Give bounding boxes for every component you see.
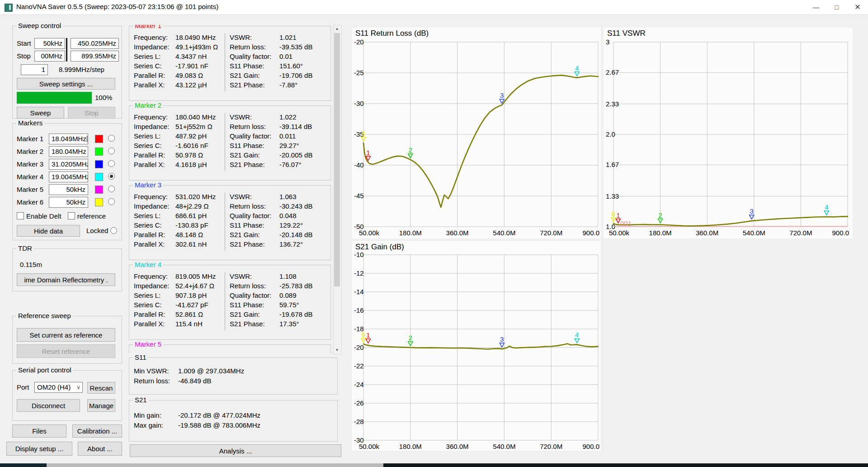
field-value: -130.83 pF [175,220,208,230]
stop-button[interactable]: Stop [68,107,115,119]
scroll-up-icon[interactable]: ▲ [334,25,340,33]
scrollbar-handle[interactable] [334,33,340,286]
marker-detail-panel: Marker 1 Frequency: 18.0490 MHz Impedanc… [129,26,331,101]
field-value: 115.4 nH [175,319,203,329]
app-icon [5,4,13,12]
field-value: 29.27° [279,141,299,150]
svg-text:2: 2 [409,146,412,154]
set-reference-button[interactable]: Set current as reference [17,328,115,342]
hide-data-button[interactable]: Hide data [17,225,80,237]
s11-vswr-chart[interactable]: 32.672.332.01.671.331.050.00k180.0M360.0… [604,28,853,238]
svg-text:-10: -10 [354,251,364,258]
reference-checkbox[interactable] [68,212,75,219]
rescan-button[interactable]: Rescan [87,382,115,394]
data-row: S21 Phase: -76.07° [230,160,327,169]
svg-text:-16: -16 [354,306,364,314]
marker-frequency-input[interactable]: 50kHz [49,184,88,195]
field-label: Parallel R: [134,230,165,239]
marker-detail-panel: Marker 5 [129,344,331,353]
svg-text:4: 4 [575,64,579,72]
display-setup-button[interactable]: Display setup ... [6,442,72,456]
marker-details-scroll-area: Marker 1 Frequency: 18.0490 MHz Impedanc… [126,25,333,353]
sweep-segments-input[interactable]: 1 [21,64,48,75]
main-content: Sweep control Start 50kHz 450.025MHz Sto… [0,14,868,463]
marker-panel-left-column: Frequency: 18.0490 MHz Impedance: 49.1+j… [134,33,222,90]
data-row: Series C: -1.6016 nF [134,141,222,150]
sweep-separator [66,38,67,62]
data-row: Series C: -41.627 pF [134,300,222,310]
chart-title: S11 VSWR [607,29,646,38]
s21-gain-chart[interactable]: -10-12-14-16-18-20-22-24-26-28-3050.00k1… [352,241,601,451]
field-value: 1.063 [279,192,297,201]
svg-text:720.0M: 720.0M [789,229,812,237]
scroll-down-icon[interactable]: ▼ [334,347,340,354]
field-value: 180.040 MHz [175,112,216,122]
field-value: 686.61 pH [175,211,207,220]
minimize-button[interactable]: — [806,0,826,14]
field-label: Quality factor: [230,131,272,141]
sweep-stop-input[interactable]: 00MHz [34,51,65,62]
reset-reference-button[interactable]: Reset reference [17,344,115,358]
marker-select-radio[interactable] [108,148,115,154]
maximize-button[interactable]: □ [826,0,847,14]
port-combobox[interactable]: OM20 (H4)∨ [34,382,83,393]
marker-frequency-input[interactable]: 31.0205MHz [49,159,88,170]
marker-select-radio[interactable] [108,186,115,192]
port-label: Port [17,383,29,391]
field-label: Frequency: [134,112,168,122]
data-row: VSWR: 1.021 [230,33,327,42]
field-value: 1.021 [279,33,297,42]
marker-detail-panel: Marker 4 Frequency: 819.005 MHz Impedanc… [129,265,331,340]
marker-frequency-input[interactable]: 19.0045MHz [49,172,88,182]
sweep-start-input[interactable]: 50kHz [34,38,65,49]
sweep-span-input[interactable]: 899.95MHz [71,51,119,62]
enable-delta-checkbox[interactable] [17,212,24,219]
svg-text:-22: -22 [354,362,364,370]
marker-frequency-input[interactable]: 180.04MHz [49,146,88,157]
field-value: 151.60° [279,61,303,71]
files-button[interactable]: Files [12,424,66,438]
analysis-button[interactable]: Analysis ... [130,444,341,457]
data-row: S21 Gain: -19.678 dB [230,310,327,319]
sweep-button[interactable]: Sweep [17,107,64,119]
field-value: 129.22° [279,220,303,230]
sweep-settings-button[interactable]: Sweep settings ... [17,78,115,90]
field-label: S21 Phase: [230,80,265,90]
svg-text:-25: -25 [354,69,364,76]
marker-panel-title: Marker 4 [133,261,163,268]
field-value: 487.92 pH [175,131,207,141]
tdr-button[interactable]: ime Domain Reflectometry . [17,273,115,286]
field-value: 48+j2.29 Ω [175,201,208,211]
marker-select-radio[interactable] [108,173,115,180]
data-row: S21 Gain: -20.148 dB [230,230,327,239]
reference-sweep-title: Reference sweep [16,312,73,319]
marker-select-radio[interactable] [108,160,115,167]
svg-text:3: 3 [500,91,504,99]
marker-panel-right-column: VSWR: 1.021 Return loss: -39.535 dB Qual… [230,33,327,90]
vertical-scrollbar[interactable]: ▲ ▼ [333,25,342,354]
field-label: Min VSWR: [134,366,169,376]
locked-radio[interactable] [110,227,117,234]
data-row: S11 Phase: 29.27° [230,141,327,150]
s11-summary-rows: Min VSWR: 1.009 @ 297.034MHz Return loss… [129,366,337,386]
field-value: 4.3437 nH [175,52,207,61]
sweep-center-input[interactable]: 450.025MHz [71,38,119,49]
marker-frequency-input[interactable]: 50kHz [49,197,88,208]
marker-color-swatch [95,198,103,206]
marker-select-radio[interactable] [108,135,115,142]
calibration-button[interactable]: Calibration ... [72,424,122,438]
s11-return-loss-chart[interactable]: -20-25-30-35-40-45-5050.00k180.0M360.0M5… [352,28,601,238]
manage-button[interactable]: Manage [87,399,115,412]
svg-text:3: 3 [750,207,753,215]
close-button[interactable]: ✕ [847,0,868,14]
marker-panel-title: Marker 5 [133,340,163,348]
marker-frequency-input[interactable]: 18.049MHz [49,133,88,144]
disconnect-button[interactable]: Disconnect [17,399,80,412]
marker-select-radio[interactable] [108,198,115,205]
marker-row: Marker 3 31.0205MHz [13,159,122,169]
field-label: Impedance: [134,201,169,211]
about-button[interactable]: About ... [78,442,122,456]
s11vswr-svg: 32.672.332.01.671.331.050.00k180.0M360.0… [604,28,853,238]
svg-text:2: 2 [409,334,412,342]
sweep-control-title: Sweep control [16,22,63,29]
